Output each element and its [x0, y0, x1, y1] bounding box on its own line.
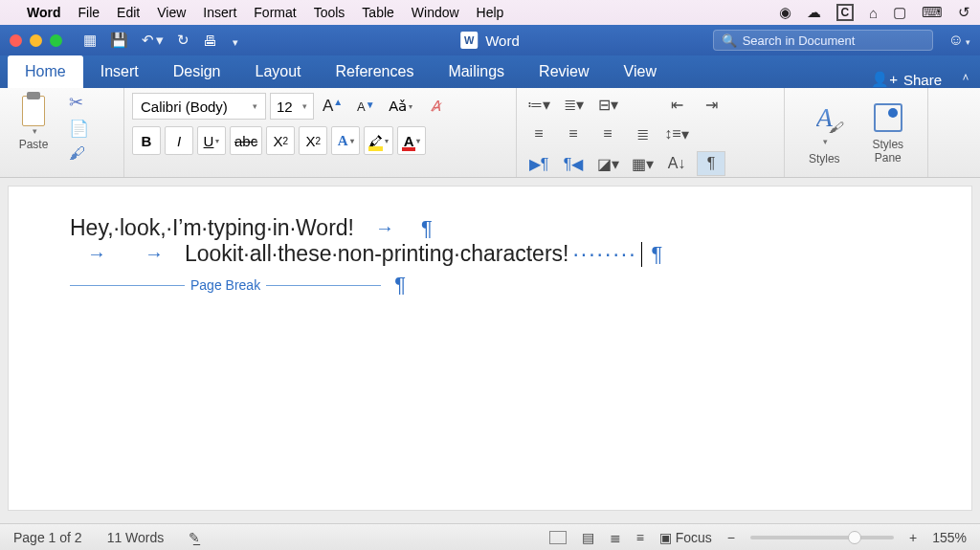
qat-print-icon[interactable]: 🖶 [203, 33, 217, 49]
qat-repeat-icon[interactable]: ↻ [177, 32, 189, 49]
close-window-button[interactable] [10, 34, 22, 47]
align-right-button[interactable]: ≡ [593, 121, 622, 146]
window-controls [10, 34, 62, 47]
zoom-slider-knob[interactable] [848, 531, 861, 544]
wifi-icon[interactable]: ☁ [807, 4, 821, 21]
timemachine-icon[interactable]: ↺ [958, 4, 970, 21]
menu-help[interactable]: Help [477, 5, 504, 20]
zoom-out-button[interactable]: − [727, 530, 735, 545]
font-name-selector[interactable]: Calibri (Body)▾ [132, 93, 266, 120]
feedback-icon[interactable]: ☺▾ [948, 32, 970, 49]
menu-edit[interactable]: Edit [117, 5, 140, 20]
zoom-window-button[interactable] [50, 34, 62, 47]
sort-button[interactable]: A↓ [662, 151, 691, 176]
focus-mode-button[interactable]: ▣ Focus [659, 530, 712, 545]
grow-font-button[interactable]: A▲ [318, 92, 347, 121]
minimize-window-button[interactable] [30, 34, 42, 47]
menu-insert[interactable]: Insert [203, 5, 236, 20]
align-center-button[interactable]: ≡ [559, 121, 588, 146]
accessibility-icon[interactable]: ◉ [779, 4, 791, 21]
qat-home-icon[interactable]: ▦ [83, 32, 97, 49]
menu-window[interactable]: Window [412, 5, 459, 20]
bold-button[interactable]: B [132, 126, 161, 155]
strikethrough-button[interactable]: abc [230, 126, 262, 155]
status-page[interactable]: Page 1 of 2 [13, 530, 82, 545]
rtl-direction-button[interactable]: ¶◀ [559, 151, 588, 176]
tab-mailings[interactable]: Mailings [431, 55, 522, 88]
font-color-button[interactable]: A▾ [397, 126, 426, 155]
doc-line-1[interactable]: Hey,·look,·I’m·typing·in·Word! [70, 215, 354, 241]
styles-pane-button[interactable]: Styles Pane [858, 103, 918, 165]
search-in-document[interactable]: 🔍 [713, 30, 933, 51]
web-layout-view-icon[interactable]: ▤ [582, 530, 594, 545]
menu-app[interactable]: Word [27, 5, 61, 20]
subscript-button[interactable]: X2 [266, 126, 295, 155]
zoom-level[interactable]: 155% [932, 530, 967, 545]
tab-mark-icon: → [127, 243, 181, 265]
menu-tools[interactable]: Tools [314, 5, 345, 20]
share-icon: 👤+ [871, 71, 898, 88]
print-layout-view-icon[interactable] [549, 531, 567, 544]
qat-undo-icon[interactable]: ↶▾ [142, 32, 164, 49]
document-area[interactable]: Hey,·look,·I’m·typing·in·Word! → ¶ → → L… [0, 178, 980, 523]
draft-view-icon[interactable]: ≡ [636, 530, 644, 545]
decrease-indent-button[interactable]: ⇤ [662, 92, 691, 117]
clear-formatting-button[interactable]: A̷ [421, 92, 450, 121]
qat-save-icon[interactable]: 💾 [110, 32, 128, 49]
highlight-button[interactable]: 🖍▾ [364, 126, 393, 155]
tab-insert[interactable]: Insert [83, 55, 156, 88]
text-effects-button[interactable]: A▾ [331, 126, 360, 155]
borders-button[interactable]: ▦▾ [628, 151, 657, 176]
paste-icon[interactable] [19, 92, 48, 126]
outline-view-icon[interactable]: ≣ [610, 530, 621, 545]
menu-table[interactable]: Table [362, 5, 393, 20]
underline-button[interactable]: U▾ [197, 126, 226, 155]
tab-references[interactable]: References [319, 55, 432, 88]
format-painter-icon[interactable]: 🖌 [69, 144, 89, 164]
menu-file[interactable]: File [78, 5, 100, 20]
bullets-button[interactable]: ≔▾ [524, 92, 553, 117]
mac-menubar: Word File Edit View Insert Format Tools … [0, 0, 980, 25]
share-button[interactable]: 👤+ Share [863, 71, 949, 88]
zoom-slider[interactable] [750, 536, 894, 539]
ltr-direction-button[interactable]: ▶¶ [524, 151, 553, 176]
airplay-icon[interactable]: ▢ [893, 4, 906, 21]
menu-view[interactable]: View [157, 5, 186, 20]
tab-home[interactable]: Home [8, 55, 83, 88]
status-word-count[interactable]: 11 Words [107, 530, 165, 545]
styles-gallery-button[interactable]: A🖌 ▾ Styles [794, 102, 854, 165]
shading-button[interactable]: ◪▾ [593, 151, 622, 176]
status-spellcheck-icon[interactable]: ✎̲ [189, 530, 200, 545]
multilevel-list-button[interactable]: ⊟▾ [593, 92, 622, 117]
paste-label: Paste [19, 138, 49, 151]
leader-dots: ········ [572, 241, 636, 267]
shrink-font-button[interactable]: A▼ [351, 92, 380, 121]
page[interactable]: Hey,·look,·I’m·typing·in·Word! → ¶ → → L… [8, 186, 972, 511]
justify-button[interactable]: ≣ [628, 121, 657, 146]
increase-indent-button[interactable]: ⇥ [697, 92, 725, 117]
zoom-in-button[interactable]: + [909, 530, 917, 545]
font-size-selector[interactable]: 12▾ [270, 93, 314, 120]
superscript-button[interactable]: X2 [299, 126, 327, 155]
paste-dropdown[interactable]: ▾ [33, 126, 37, 136]
keyboard-icon[interactable]: ⌨ [922, 4, 943, 21]
menu-format[interactable]: Format [254, 5, 296, 20]
qat-customize-icon[interactable]: ▾ [231, 33, 238, 49]
italic-button[interactable]: I [165, 126, 193, 155]
home-icon[interactable]: ⌂ [869, 5, 878, 21]
doc-line-2[interactable]: Lookit·all·these·non-printing·characters… [185, 241, 568, 267]
collapse-ribbon-icon[interactable]: ＾ [959, 71, 972, 88]
show-paragraph-marks-button[interactable]: ¶ [697, 151, 725, 176]
tab-layout[interactable]: Layout [238, 55, 319, 88]
tab-view[interactable]: View [607, 55, 674, 88]
copy-icon[interactable]: 📄 [69, 119, 89, 139]
tab-review[interactable]: Review [522, 55, 606, 88]
app-indicator-icon[interactable]: C [836, 4, 854, 21]
line-spacing-button[interactable]: ↕≡▾ [662, 121, 691, 146]
cut-icon[interactable]: ✂ [69, 92, 89, 113]
search-input[interactable] [743, 33, 924, 48]
change-case-button[interactable]: Aǎ▾ [384, 92, 417, 121]
numbering-button[interactable]: ≣▾ [559, 92, 588, 117]
align-left-button[interactable]: ≡ [524, 121, 553, 146]
tab-design[interactable]: Design [156, 55, 238, 88]
